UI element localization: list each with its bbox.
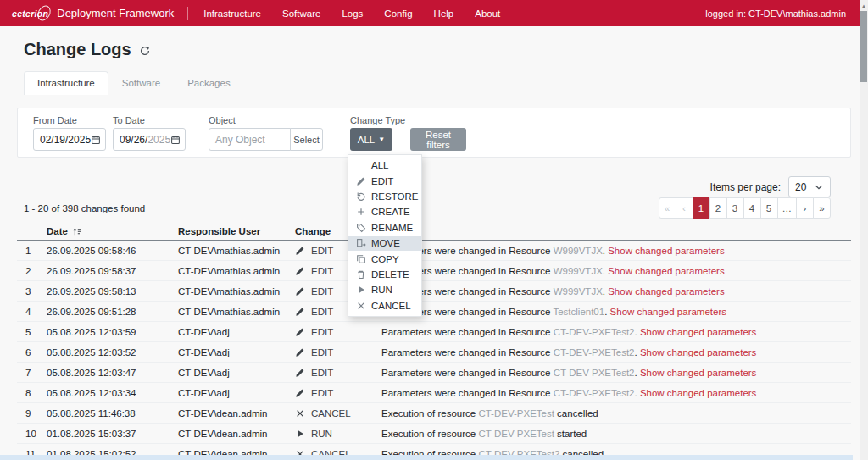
object-label: Object (209, 115, 236, 125)
resource-name: CT-DEV-PXETest2 (554, 368, 635, 378)
from-date-input[interactable]: 02/19/2025 (33, 128, 106, 151)
page-button-5[interactable]: 5 (760, 197, 778, 219)
to-date-input[interactable]: 09/26/2025 (113, 128, 186, 151)
scrollbar-thumb[interactable] (860, 11, 867, 82)
menu-item-icon (356, 254, 366, 264)
row-change-label: RUN (311, 429, 332, 439)
menu-item-icon (356, 269, 366, 280)
pencil-icon (295, 246, 305, 256)
menu-item-label: DELETE (371, 269, 409, 280)
show-changed-parameters-link[interactable]: Show changed parameters (640, 347, 756, 357)
scroll-up-arrow-icon[interactable]: ▲ (860, 3, 868, 9)
menu-item-delete[interactable]: DELETE (348, 267, 421, 282)
row-date: 05.08.2025 12:03:52 (47, 347, 136, 357)
copy-icon (356, 254, 366, 264)
page-button-3[interactable]: 3 (726, 197, 744, 219)
row-number: 10 (25, 429, 36, 439)
menu-item-move[interactable]: MOVE (348, 236, 421, 251)
row-change-label: CANCEL (311, 408, 351, 418)
page-button-2[interactable]: 2 (709, 197, 727, 219)
tab-packages[interactable]: Packages (174, 71, 244, 95)
menu-item-icon (356, 285, 366, 295)
items-per-page: Items per page: 20 (710, 176, 831, 197)
nav-item-help[interactable]: Help (434, 8, 454, 19)
row-change: CANCEL (295, 408, 351, 418)
menu-item-icon (356, 223, 366, 233)
show-changed-parameters-link[interactable]: Show changed parameters (608, 266, 724, 276)
nav-item-infrastructure[interactable]: Infrastructure (203, 8, 261, 19)
row-description: Parameters were changed in Resource CT-D… (381, 368, 756, 378)
object-input[interactable]: Any Object (209, 128, 291, 151)
nav-item-about[interactable]: About (475, 8, 500, 19)
show-changed-parameters-link[interactable]: Show changed parameters (640, 368, 756, 378)
page-button--[interactable]: … (777, 197, 798, 219)
calendar-icon (170, 135, 181, 145)
nav-item-software[interactable]: Software (282, 8, 320, 19)
description-text: Parameters were changed in Resource (381, 327, 554, 337)
app-title: Deployment Framework (57, 7, 174, 19)
page-button--[interactable]: » (813, 197, 831, 219)
page-button-1[interactable]: 1 (693, 197, 710, 219)
row-change-label: EDIT (311, 307, 333, 317)
refresh-icon (140, 46, 150, 56)
menu-item-restore[interactable]: RESTORE (348, 189, 421, 204)
column-header-date[interactable]: Date (47, 226, 82, 236)
nav-item-config[interactable]: Config (384, 8, 412, 19)
show-changed-parameters-link[interactable]: Show changed parameters (640, 327, 756, 337)
tag-icon (356, 223, 366, 233)
page-button-4[interactable]: 4 (743, 197, 761, 219)
play-icon (356, 285, 366, 295)
results-summary: 1 - 20 of 398 changes found (24, 203, 145, 213)
calendar-icon (91, 135, 101, 145)
resource-name: W999VTJX (554, 286, 603, 297)
from-date-value: 02/19/2025 (40, 134, 91, 146)
menu-item-all[interactable]: ALL (348, 158, 421, 173)
menu-item-rename[interactable]: RENAME (348, 220, 421, 236)
table-body: 126.09.2025 09:58:46CT-DEV\mathias.admin… (17, 241, 851, 460)
row-number: 3 (25, 286, 31, 297)
table-row: 326.09.2025 09:58:13CT-DEV\mathias.admin… (17, 281, 851, 302)
row-date: 05.08.2025 12:03:34 (47, 388, 136, 398)
tab-infrastructure[interactable]: Infrastructure (24, 71, 108, 95)
menu-item-copy[interactable]: COPY (348, 251, 421, 266)
plus-icon (356, 207, 366, 217)
tab-software[interactable]: Software (108, 71, 174, 95)
nav-item-logs[interactable]: Logs (342, 8, 363, 19)
change-type-dropdown-button[interactable]: ALL▼ (350, 128, 392, 151)
menu-item-cancel[interactable]: CANCEL (348, 298, 421, 313)
show-changed-parameters-link[interactable]: Show changed parameters (640, 388, 756, 398)
refresh-button[interactable] (140, 46, 150, 56)
menu-item-icon (356, 191, 366, 202)
menu-item-create[interactable]: CREATE (348, 204, 421, 219)
resource-name: W999VTJX (554, 246, 603, 256)
logo[interactable]: ceterion (12, 8, 48, 19)
show-changed-parameters-link[interactable]: Show changed parameters (608, 246, 724, 256)
menu-item-edit[interactable]: EDIT (348, 173, 421, 188)
show-changed-parameters-link[interactable]: Show changed parameters (608, 286, 724, 297)
row-change-label: EDIT (311, 388, 333, 398)
reset-filters-button[interactable]: Reset filters (410, 128, 466, 151)
menu-item-label: EDIT (371, 176, 393, 186)
object-select-button[interactable]: Select (290, 128, 323, 151)
row-user: CT-DEV\adj (178, 347, 230, 357)
row-description: Parameters were changed in Resource W999… (381, 286, 725, 297)
page-title: Change Logs (24, 40, 131, 59)
menu-item-run[interactable]: RUN (348, 282, 421, 297)
row-user: CT-DEV\adj (178, 388, 230, 398)
menu-item-icon (356, 160, 366, 170)
pencil-icon (295, 347, 305, 357)
caret-down-icon: ▼ (378, 136, 385, 143)
page-button--[interactable]: › (796, 197, 814, 219)
row-user: CT-DEV\mathias.admin (178, 286, 280, 297)
row-date: 01.08.2025 15:03:37 (47, 429, 136, 439)
row-change: EDIT (295, 266, 333, 276)
row-date: 26.09.2025 09:51:28 (47, 307, 136, 317)
row-number: 4 (25, 307, 31, 317)
show-changed-parameters-link[interactable]: Show changed parameters (610, 307, 726, 317)
row-description: Parameters were changed in Resource W999… (381, 246, 725, 256)
pencil-icon (295, 286, 305, 297)
description-text: Execution of resource (381, 429, 478, 439)
scrollbar[interactable]: ▲ (860, 0, 868, 460)
items-per-page-select[interactable]: 20 (788, 176, 831, 197)
row-user: CT-DEV\dean.admin (178, 408, 267, 418)
